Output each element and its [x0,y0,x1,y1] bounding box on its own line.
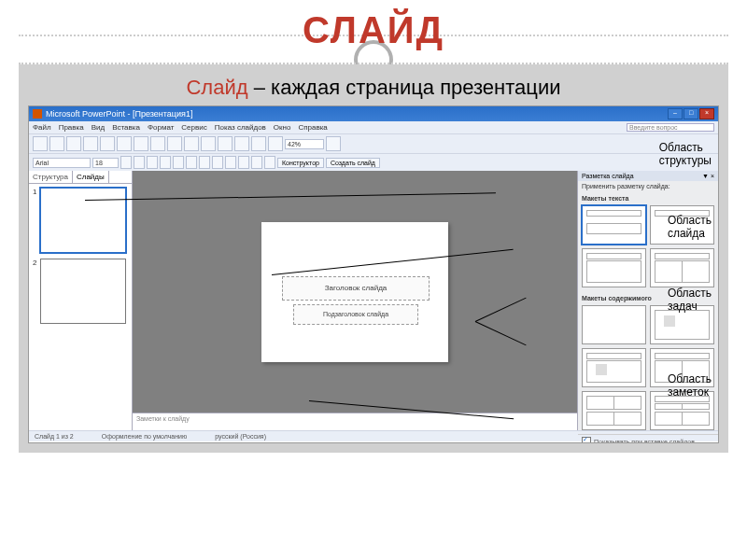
open-icon[interactable] [49,136,64,151]
standard-toolbar: 42% [29,133,718,153]
window-titlebar: Microsoft PowerPoint - [Презентация1] – … [29,106,718,121]
maximize-button[interactable]: □ [684,108,698,119]
align-right-icon[interactable] [199,156,210,169]
taskpane-subtitle: Применить разметку слайда: [578,181,718,191]
bold-icon[interactable] [120,156,132,169]
help-question-input[interactable]: Введите вопрос [627,123,714,132]
slide-thumbnail-2[interactable] [40,259,126,324]
copy-icon[interactable] [134,136,148,151]
window-title: Microsoft PowerPoint - [Презентация1] [46,109,192,119]
slide-edit-area: Заголовок слайда Подзаголовок слайда Зам… [133,171,577,430]
tab-outline[interactable]: Структура [29,171,73,183]
zoom-combo[interactable]: 42% [285,139,324,149]
numbering-icon[interactable] [212,156,223,169]
tab-slides[interactable]: Слайды [73,171,109,183]
callout-structure: Область структуры [659,141,712,167]
taskpane-close-icon[interactable]: ▼ × [702,173,714,179]
save-icon[interactable] [66,136,81,151]
layout-title-slide[interactable] [582,205,646,245]
powerpoint-figure: Microsoft PowerPoint - [Презентация1] – … [28,105,719,443]
text-layouts-label: Макеты текста [578,193,718,203]
shadow-icon[interactable] [160,156,171,169]
minimize-button[interactable]: – [668,108,683,119]
increase-font-icon[interactable] [238,156,249,169]
menu-edit[interactable]: Правка [59,123,84,132]
insert-chart-icon[interactable] [201,136,216,151]
slide-thumbnail-1[interactable] [40,188,126,253]
menu-file[interactable]: Файл [33,123,51,132]
menu-window[interactable]: Окно [274,123,291,132]
hyperlink-icon[interactable] [234,136,249,151]
paste-icon[interactable] [150,136,165,151]
callout-slide: Область слайда [668,214,712,240]
align-center-icon[interactable] [186,156,197,169]
menu-slideshow[interactable]: Показ слайдов [215,123,266,132]
tables-borders-icon[interactable] [251,136,266,151]
cut-icon[interactable] [117,136,132,151]
callout-notes: Область заметок [668,372,712,399]
menu-view[interactable]: Вид [92,123,105,132]
thumb-number: 1 [33,188,38,196]
callout-taskpane: Область задач [668,287,712,313]
status-design: Оформление по умолчанию [102,433,188,440]
status-language: русский (Россия) [215,433,266,440]
font-color-icon[interactable] [264,156,275,169]
menu-help[interactable]: Справка [298,123,327,132]
formatting-toolbar: Arial 18 Конструктор Создать слайд [29,153,718,171]
slide-title: СЛАЙД [0,9,747,51]
bullets-icon[interactable] [225,156,236,169]
show-on-insert-checkbox[interactable] [582,437,591,443]
show-on-insert-label: Показывать при вставке слайдов [594,439,695,444]
title-placeholder[interactable]: Заголовок слайда [282,276,430,301]
decrease-font-icon[interactable] [251,156,262,169]
layout-blank[interactable] [582,305,646,344]
menu-tools[interactable]: Сервис [181,123,206,132]
layout-title-content2[interactable] [582,348,646,387]
notes-pane[interactable]: Заметки к слайду [133,413,577,430]
menu-format[interactable]: Формат [148,123,174,132]
insert-table-icon[interactable] [218,136,233,151]
outline-slides-pane: Структура Слайды 1 2 [29,171,133,430]
font-size-combo[interactable]: 18 [92,158,119,168]
spellcheck-icon[interactable] [100,136,115,151]
layout-two-content[interactable] [650,248,714,287]
italic-icon[interactable] [134,156,145,169]
new-slide-button[interactable]: Создать слайд [326,158,380,168]
underline-icon[interactable] [147,156,158,169]
close-button[interactable]: × [699,108,714,119]
taskpane-title: Разметка слайда [582,173,634,179]
thumb-number: 2 [33,259,38,267]
subtitle: Слайд – каждая страница презентации [28,76,719,100]
redo-icon[interactable] [184,136,199,151]
slide-canvas[interactable]: Заголовок слайда Подзаголовок слайда [261,222,448,362]
subtitle-def: – каждая страница презентации [248,76,561,99]
print-icon[interactable] [83,136,98,151]
menu-bar: Файл Правка Вид Вставка Формат Сервис По… [29,121,718,133]
font-combo[interactable]: Arial [33,158,91,168]
help-icon[interactable] [326,136,341,151]
subtitle-placeholder[interactable]: Подзаголовок слайда [293,304,418,325]
layout-four-content[interactable] [582,391,646,430]
content-panel: Слайд – каждая страница презентации Micr… [19,64,728,453]
status-slide-number: Слайд 1 из 2 [35,433,74,440]
new-icon[interactable] [33,136,48,151]
design-button[interactable]: Конструктор [277,158,324,168]
align-left-icon[interactable] [173,156,184,169]
powerpoint-icon [33,109,42,119]
subtitle-term: Слайд [186,76,247,99]
undo-icon[interactable] [167,136,182,151]
layout-title-content[interactable] [582,248,646,287]
zoom-icon[interactable] [268,136,283,151]
menu-insert[interactable]: Вставка [112,123,140,132]
